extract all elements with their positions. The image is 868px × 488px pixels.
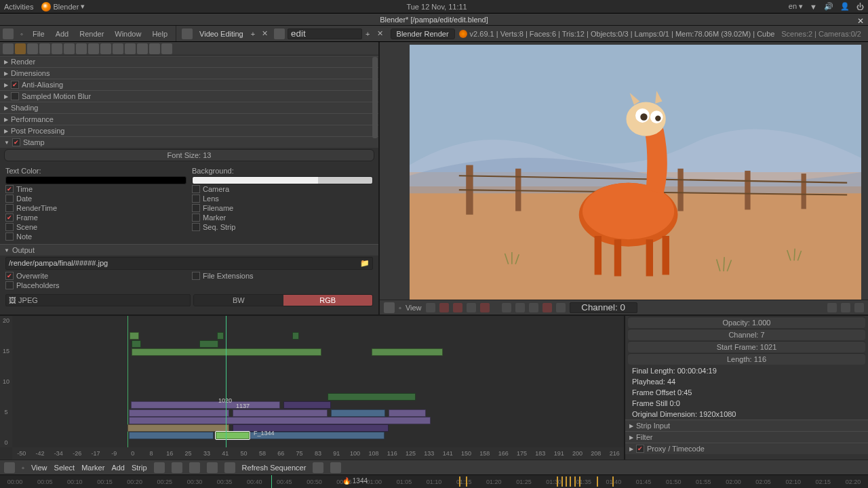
section-stamp[interactable]: ▼Stamp	[0, 137, 378, 148]
video-strip[interactable]	[283, 401, 331, 409]
wifi-icon[interactable]: ▼	[810, 3, 817, 11]
video-strip[interactable]	[233, 409, 328, 417]
prop-tab-icon[interactable]	[125, 43, 136, 54]
stamp-check-marker[interactable]	[192, 214, 200, 222]
timeline-cursor[interactable]	[271, 475, 272, 488]
editor-type-icon[interactable]	[384, 302, 395, 313]
view-menu[interactable]: View	[31, 464, 47, 472]
video-strip[interactable]	[129, 417, 431, 424]
view-menu[interactable]: View	[406, 304, 422, 312]
placeholders-checkbox[interactable]	[5, 281, 14, 289]
clock[interactable]: Tue 12 Nov, 11:11	[406, 3, 467, 11]
video-strip[interactable]	[389, 409, 426, 417]
channel-field[interactable]: Channel: 7	[628, 329, 865, 340]
hbtn-icon[interactable]	[556, 303, 566, 312]
background-swatch[interactable]	[192, 176, 373, 184]
scene-name-input[interactable]	[288, 28, 362, 39]
hbtn-icon[interactable]	[841, 303, 850, 312]
prop-tab-icon[interactable]	[3, 43, 14, 54]
meta-strip[interactable]	[331, 409, 385, 417]
menu-render[interactable]: Render	[74, 30, 109, 38]
seq-icon[interactable]	[189, 462, 200, 473]
section-filter[interactable]: ▶Filter	[625, 432, 868, 443]
stamp-check-frame[interactable]	[5, 214, 14, 222]
render-engine-select[interactable]: Blender Render	[391, 28, 455, 39]
hbtn-icon[interactable]	[529, 303, 538, 312]
scene-add-icon[interactable]: +	[362, 30, 373, 38]
section-motionblur[interactable]: ▶Sampled Motion Blur	[0, 91, 378, 102]
timeline-marker[interactable]	[597, 476, 598, 487]
editor-type-icon[interactable]	[4, 462, 15, 473]
overwrite-checkbox[interactable]	[5, 272, 14, 280]
section-proxy[interactable]: ▶Proxy / Timecode	[625, 443, 868, 454]
video-preview[interactable]	[410, 45, 861, 300]
stamp-check-camera[interactable]	[192, 185, 200, 193]
seq-icon[interactable]	[224, 462, 235, 473]
layout-add-icon[interactable]: +	[248, 30, 258, 38]
timeline-marker[interactable]	[570, 476, 571, 487]
fileext-checkbox[interactable]	[192, 272, 200, 280]
marker-menu[interactable]: Marker	[81, 464, 104, 472]
scene-remove-icon[interactable]: ✕	[374, 29, 387, 38]
lang-indicator[interactable]: en ▾	[789, 2, 803, 11]
prop-tab-icon[interactable]	[161, 43, 172, 54]
motionblur-checkbox[interactable]	[11, 92, 19, 100]
audio-strip[interactable]	[292, 332, 299, 340]
prop-tab-icon[interactable]	[27, 43, 38, 54]
seq-icon[interactable]	[330, 462, 341, 473]
hbtn-icon[interactable]	[467, 303, 476, 312]
seq-icon[interactable]	[154, 462, 165, 473]
effect-strip[interactable]	[127, 424, 229, 432]
sequencer[interactable]: 20151050 1020 113	[0, 314, 624, 460]
audio-strip[interactable]	[328, 393, 416, 401]
timeline-strip[interactable]: 00:0000:0500:1000:1500:2000:2500:3000:35…	[0, 474, 868, 488]
timeline-marker[interactable]	[566, 476, 567, 487]
timeline-marker[interactable]	[459, 476, 460, 487]
menu-file[interactable]: File	[27, 30, 50, 38]
folder-icon[interactable]: 📁	[360, 259, 370, 268]
power-icon[interactable]: ⏻	[856, 3, 864, 11]
channel-field[interactable]	[570, 302, 637, 313]
prop-tab-icon[interactable]	[88, 43, 99, 54]
stamp-check-date[interactable]	[5, 195, 14, 203]
antialias-checkbox[interactable]	[11, 81, 19, 89]
prop-tab-icon[interactable]	[113, 43, 123, 54]
proxy-checkbox[interactable]	[636, 445, 644, 453]
hbtn-icon[interactable]	[480, 303, 490, 312]
seq-icon[interactable]	[207, 462, 218, 473]
prop-tab-icon[interactable]	[39, 43, 50, 54]
strip-menu[interactable]: Strip	[132, 464, 147, 472]
timeline-marker[interactable]	[466, 476, 467, 487]
text-color-swatch[interactable]	[5, 176, 186, 184]
prop-tab-icon[interactable]	[52, 43, 62, 54]
meta-strip[interactable]	[129, 432, 214, 439]
audio-strip[interactable]	[199, 340, 218, 348]
format-select[interactable]: 🖼 JPEG	[5, 294, 191, 306]
stamp-checkbox[interactable]	[12, 138, 20, 146]
section-shading[interactable]: ▶Shading	[0, 102, 378, 113]
opacity-field[interactable]: Opacity: 1.000	[628, 317, 865, 328]
seq-icon[interactable]	[313, 462, 323, 473]
rgb-button[interactable]: RGB	[283, 295, 373, 306]
prop-tab-icon[interactable]	[64, 43, 75, 54]
sequencer-body[interactable]: 1020 1137 F_1344	[12, 316, 624, 447]
menu-window[interactable]: Window	[109, 30, 146, 38]
audio-strip[interactable]	[217, 332, 224, 340]
refresh-sequencer-button[interactable]: Refresh Sequencer	[242, 464, 307, 472]
select-menu[interactable]: Select	[54, 464, 75, 472]
playhead[interactable]	[226, 316, 226, 447]
hbtn-icon[interactable]	[542, 303, 552, 312]
timeline-marker[interactable]	[579, 476, 580, 487]
audio-strip[interactable]	[372, 348, 443, 356]
timeline-marker[interactable]	[557, 476, 558, 487]
font-size-field[interactable]: Font Size: 13	[4, 149, 374, 161]
timeline-marker[interactable]	[561, 476, 563, 487]
activities-label[interactable]: Activities	[4, 3, 33, 11]
stamp-check-rendertime[interactable]	[5, 204, 14, 212]
section-dimensions[interactable]: ▶Dimensions	[0, 68, 378, 79]
video-strip[interactable]	[131, 401, 280, 409]
hbtn-icon[interactable]	[453, 303, 462, 312]
hbtn-icon[interactable]	[426, 303, 435, 312]
menu-add[interactable]: Add	[50, 30, 75, 38]
section-performance[interactable]: ▶Performance	[0, 114, 378, 125]
